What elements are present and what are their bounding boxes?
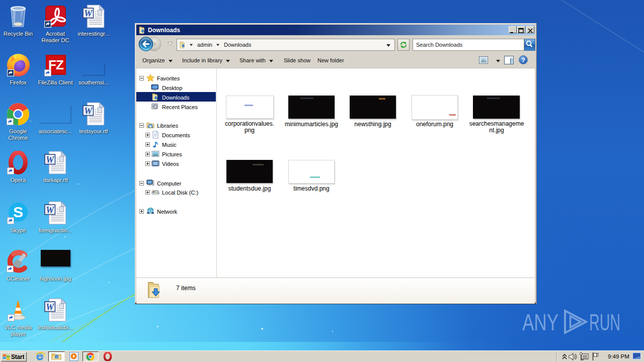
svg-text:ANY: ANY bbox=[522, 309, 558, 335]
svg-text:?: ? bbox=[521, 57, 525, 64]
svg-text:RUN: RUN bbox=[589, 309, 620, 335]
svg-text:S: S bbox=[13, 204, 23, 220]
